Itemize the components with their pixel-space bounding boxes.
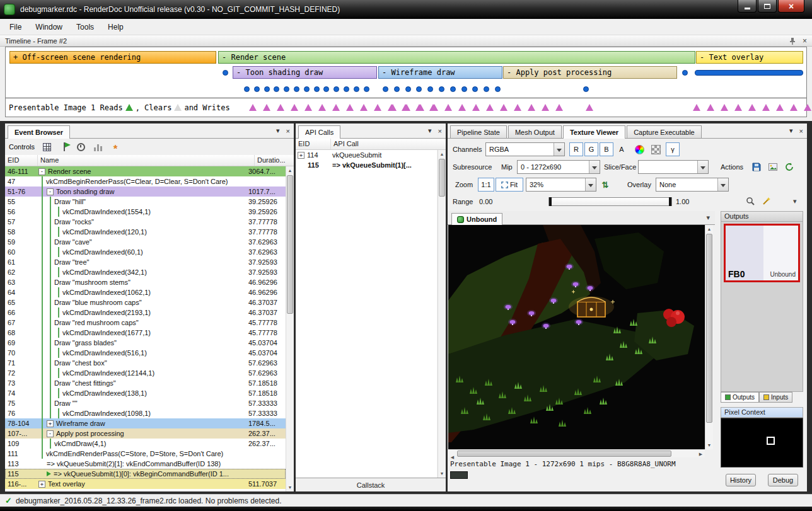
panel-menu-icon[interactable]: ▾ xyxy=(276,127,280,135)
api-row[interactable]: 115=> vkQueueSubmit(1)[... xyxy=(296,160,437,170)
zoom-1to1-button[interactable]: 1:1 xyxy=(478,178,494,192)
event-row[interactable]: 67Draw "red mushroom caps"45.77778 xyxy=(5,318,286,328)
scroll-up-icon[interactable]: ▲ xyxy=(705,225,713,233)
event-row[interactable]: 71Draw "chest box"57.62963 xyxy=(5,358,286,368)
event-row[interactable]: 61Draw "tree"37.92593 xyxy=(5,257,286,267)
timeline-toggle-icon[interactable] xyxy=(42,141,53,152)
channels-select[interactable]: RGBA xyxy=(485,142,565,156)
scroll-up-icon[interactable]: ▲ xyxy=(438,150,446,158)
scroll-down-icon[interactable]: ▼ xyxy=(705,441,713,449)
draw-marker-dot[interactable] xyxy=(254,86,260,92)
event-row[interactable]: 56vkCmdDrawIndexed(1554,1)39.25926 xyxy=(5,207,286,217)
range-slider[interactable] xyxy=(548,197,672,206)
event-row[interactable]: 55Draw "hill"39.25926 xyxy=(5,197,286,207)
timeline-bar-render-scene[interactable]: - Render scene xyxy=(218,51,695,64)
minimize-button[interactable] xyxy=(738,0,757,13)
expander-icon[interactable]: - xyxy=(47,188,54,195)
title-bar[interactable]: debugmarker.rdc - RenderDoc Unofficial r… xyxy=(0,0,812,19)
api-row[interactable]: +114vkQueueSubmit xyxy=(296,150,437,160)
event-row[interactable]: 68vkCmdDrawIndexed(1677,1)45.77778 xyxy=(5,328,286,338)
event-row[interactable]: 69Draw "grass blades"45.03704 xyxy=(5,338,286,348)
draw-marker-dot[interactable] xyxy=(323,86,329,92)
draw-marker-dot[interactable] xyxy=(354,86,359,92)
panel-close-icon[interactable]: × xyxy=(799,127,803,135)
tab-event-browser[interactable]: Event Browser xyxy=(8,125,70,139)
history-button[interactable]: History xyxy=(726,474,756,486)
mip-select[interactable]: 0 - 1272x690 xyxy=(517,160,600,174)
event-row[interactable]: 74vkCmdDrawIndexed(138,1)57.18518 xyxy=(5,388,286,398)
tab-pipeline-state[interactable]: Pipeline State xyxy=(450,125,507,138)
event-row[interactable]: 109vkCmdDraw(4,1)262.37... xyxy=(5,439,286,449)
checkerboard-icon[interactable] xyxy=(648,142,663,156)
channel-a-toggle[interactable]: A xyxy=(615,142,629,156)
panel-menu-icon[interactable]: ▾ xyxy=(428,127,432,135)
range-handle-min[interactable] xyxy=(549,197,552,206)
timeline-bar-wireframe[interactable]: - Wireframe draw xyxy=(378,66,502,79)
bookmark-icon[interactable] xyxy=(59,141,70,152)
draw-marker-dot[interactable] xyxy=(682,70,688,76)
timeline-close-icon[interactable]: × xyxy=(803,37,807,45)
zoom-fit-button[interactable]: Fit xyxy=(496,178,523,192)
event-row[interactable]: 78-104+Wireframe draw1784.5... xyxy=(5,418,286,428)
tab-api-calls[interactable]: API Calls xyxy=(298,125,340,139)
event-row[interactable]: 60vkCmdDrawIndexed(60,1)37.62963 xyxy=(5,247,286,257)
event-row[interactable]: 63Draw "mushroom stems"46.96296 xyxy=(5,277,286,287)
scroll-down-icon[interactable]: ▼ xyxy=(286,483,294,491)
callstack-section[interactable]: Callstack xyxy=(296,478,446,491)
tab-inputs[interactable]: Inputs xyxy=(759,392,792,403)
event-row[interactable]: 59Draw "cave"37.62963 xyxy=(5,237,286,247)
menu-help[interactable]: Help xyxy=(101,20,130,34)
time-draws-icon[interactable] xyxy=(76,141,87,152)
scroll-thumb[interactable] xyxy=(439,159,445,197)
expander-icon[interactable]: - xyxy=(47,430,54,437)
draw-marker-dot[interactable] xyxy=(284,86,289,92)
menu-tools[interactable]: Tools xyxy=(69,20,101,34)
panel-close-icon[interactable]: × xyxy=(438,127,442,135)
draw-marker-dot[interactable] xyxy=(383,86,388,92)
close-button[interactable]: × xyxy=(778,0,804,13)
draw-marker-dot[interactable] xyxy=(274,86,279,92)
pixel-context-view[interactable] xyxy=(721,418,803,468)
maximize-button[interactable] xyxy=(758,0,777,13)
timeline-bar-text-overlay[interactable]: - Text overlay xyxy=(696,51,803,64)
event-row[interactable]: 115=> vkQueueSubmit(1)[0]: vkBeginComman… xyxy=(5,469,286,479)
save-icon[interactable] xyxy=(749,160,764,174)
tab-mesh-output[interactable]: Mesh Output xyxy=(508,125,562,138)
expander-icon[interactable]: + xyxy=(298,152,304,159)
draw-marker-dot[interactable] xyxy=(294,86,299,92)
api-calls-vscrollbar[interactable]: ▲ ▼ xyxy=(438,150,446,478)
background-color-swatch[interactable] xyxy=(450,471,468,479)
event-row[interactable]: 111vkCmdEndRenderPass(C=Store, D=Store, … xyxy=(5,449,286,459)
event-row[interactable]: 51-76-Toon shading draw1017.7... xyxy=(5,187,286,197)
panel-menu-icon[interactable]: ▾ xyxy=(789,127,793,135)
event-row[interactable]: 70vkCmdDrawIndexed(516,1)45.03704 xyxy=(5,348,286,358)
draw-marker-dot[interactable] xyxy=(484,86,489,92)
expander-icon[interactable]: - xyxy=(38,168,45,175)
zoom-select[interactable]: 32% xyxy=(526,178,596,192)
draw-marker-dot[interactable] xyxy=(314,86,320,92)
column-eid[interactable]: EID xyxy=(296,139,331,149)
range-handle-max[interactable] xyxy=(669,197,671,206)
draw-marker-dot[interactable] xyxy=(405,86,411,92)
timeline-bar-offscreen[interactable]: + Off-screen scene rendering xyxy=(9,51,216,64)
expander-icon[interactable]: + xyxy=(38,481,45,488)
event-row[interactable]: 57Draw "rocks"37.77778 xyxy=(5,217,286,227)
flip-y-icon[interactable]: ⇅ xyxy=(599,178,612,192)
event-browser-vscrollbar[interactable]: ▲ ▼ xyxy=(286,166,294,491)
stats-icon[interactable] xyxy=(93,141,104,152)
text-overlay-draws-bar[interactable] xyxy=(695,70,803,76)
texture-vscrollbar[interactable]: ▲ ▼ xyxy=(705,225,713,449)
column-eid[interactable]: EID xyxy=(5,155,38,166)
draw-marker-dot[interactable] xyxy=(495,86,501,92)
draw-marker-dot[interactable] xyxy=(334,86,339,92)
texture-tab-unbound[interactable]: Unbound xyxy=(451,213,502,225)
pin-icon[interactable] xyxy=(789,37,796,45)
event-row[interactable]: 62vkCmdDrawIndexed(342,1)37.92593 xyxy=(5,267,286,277)
draw-marker-dot[interactable] xyxy=(244,86,250,92)
event-row[interactable]: 58vkCmdDrawIndexed(120,1)37.77778 xyxy=(5,227,286,237)
draw-marker-dot[interactable] xyxy=(416,86,422,92)
panel-close-icon[interactable]: × xyxy=(286,127,290,135)
timeline-bar-post-processing[interactable]: - Apply post processing xyxy=(503,66,677,79)
column-duration[interactable]: Duratio... xyxy=(255,155,294,166)
fb0-thumbnail[interactable]: FB0 Unbound xyxy=(724,224,800,282)
